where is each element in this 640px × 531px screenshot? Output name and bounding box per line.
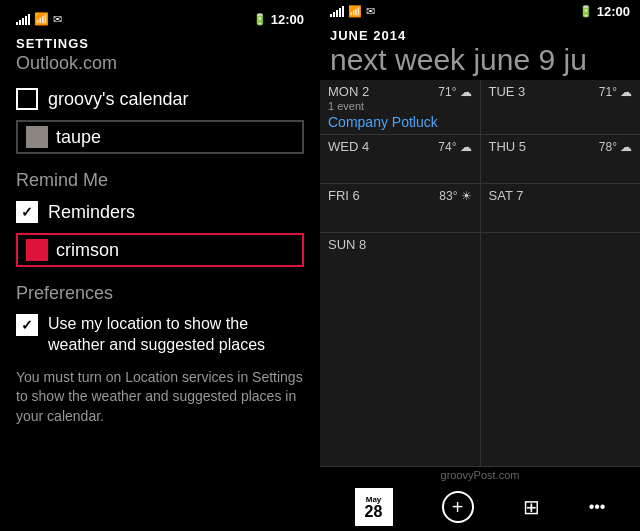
more-button[interactable]: ••• — [589, 498, 606, 516]
month-year: JUNE 2014 — [330, 28, 630, 43]
battery-icon-right: 🔋 — [579, 5, 593, 18]
mon-2-header: MON 2 71° ☁ — [328, 84, 472, 99]
grid-icon: ⊞ — [523, 495, 540, 519]
thu-5-header: THU 5 78° ☁ — [489, 139, 633, 154]
settings-title: SETTINGS — [16, 36, 304, 51]
location-checkbox[interactable] — [16, 314, 38, 336]
more-icon: ••• — [589, 498, 606, 516]
wed-4-weather-icon: ☁ — [460, 140, 472, 154]
wed-4-label: WED 4 — [328, 139, 369, 154]
fri-6-temp: 83° — [439, 189, 457, 203]
status-time-right: 12:00 — [597, 4, 630, 19]
grid-view-button[interactable]: ⊞ — [523, 495, 540, 519]
taupe-label: taupe — [56, 127, 101, 148]
crimson-label: crimson — [56, 240, 119, 261]
preferences-section: Preferences — [16, 283, 304, 304]
tue-3-label: TUE 3 — [489, 84, 526, 99]
mon-2-weather-icon: ☁ — [460, 85, 472, 99]
bottom-bar: May 28 + ⊞ ••• — [320, 483, 640, 531]
sat-7-header: SAT 7 — [489, 188, 633, 203]
cal-day-num: 28 — [365, 504, 383, 520]
location-pref-row[interactable]: Use my location to show the weather and … — [16, 314, 304, 356]
tue-3-weather: 71° ☁ — [599, 85, 632, 99]
wifi-icon: 📶 — [34, 12, 49, 26]
add-icon: + — [442, 491, 474, 523]
crimson-color-row[interactable]: crimson — [16, 233, 304, 267]
tue-3-weather-icon: ☁ — [620, 85, 632, 99]
sat-7-label: SAT 7 — [489, 188, 524, 203]
wifi-icon-right: 📶 — [348, 5, 362, 18]
fri-6-weather: 83° ☀ — [439, 189, 471, 203]
reminders-checkbox[interactable] — [16, 201, 38, 223]
thu-5-weather: 78° ☁ — [599, 140, 632, 154]
tue-3-header: TUE 3 71° ☁ — [489, 84, 633, 99]
wed-4-header: WED 4 74° ☁ — [328, 139, 472, 154]
status-bar-right: 📶 ✉ 🔋 12:00 — [320, 0, 640, 22]
taupe-swatch — [26, 126, 48, 148]
status-bar-left: 📶 ✉ 🔋 12:00 — [16, 8, 304, 30]
location-pref-label: Use my location to show the weather and … — [48, 314, 304, 356]
calendar-header: JUNE 2014 next week june 9 ju — [320, 22, 640, 80]
settings-subtitle: Outlook.com — [16, 53, 304, 74]
fri-6-label: FRI 6 — [328, 188, 360, 203]
calendar-checkbox-label: groovy's calendar — [48, 89, 189, 110]
day-tue-3: TUE 3 71° ☁ — [481, 80, 641, 134]
thu-5-temp: 78° — [599, 140, 617, 154]
reminders-label: Reminders — [48, 202, 135, 223]
week-row-1: MON 2 71° ☁ 1 event Company Potluck TUE … — [320, 80, 640, 135]
crimson-swatch — [26, 239, 48, 261]
settings-panel: 📶 ✉ 🔋 12:00 SETTINGS Outlook.com groovy'… — [0, 0, 320, 531]
remind-me-section: Remind Me — [16, 170, 304, 191]
calendar-panel: 📶 ✉ 🔋 12:00 JUNE 2014 next week june 9 j… — [320, 0, 640, 531]
reminders-checkbox-row[interactable]: Reminders — [16, 201, 304, 223]
day-empty — [481, 233, 641, 466]
status-icons-right: 📶 ✉ — [330, 5, 375, 18]
week-label-text: next week — [330, 43, 465, 76]
day-fri-6: FRI 6 83° ☀ — [320, 184, 481, 232]
thu-5-weather-icon: ☁ — [620, 140, 632, 154]
message-icon: ✉ — [53, 13, 62, 26]
mon-2-label: MON 2 — [328, 84, 369, 99]
status-icons-left: 📶 ✉ — [16, 12, 62, 26]
day-sun-8: SUN 8 — [320, 233, 481, 466]
week-label: next week june 9 ju — [330, 43, 630, 76]
mon-2-event-count: 1 event — [328, 100, 472, 112]
calendar-checkbox[interactable] — [16, 88, 38, 110]
sun-8-label: SUN 8 — [328, 237, 366, 252]
day-wed-4: WED 4 74° ☁ — [320, 135, 481, 183]
wed-4-weather: 74° ☁ — [438, 140, 471, 154]
mon-2-weather: 71° ☁ — [438, 85, 471, 99]
signal-icon-right — [330, 5, 344, 17]
location-info-text: You must turn on Location services in Se… — [16, 368, 304, 427]
day-sat-7: SAT 7 — [481, 184, 641, 232]
add-button[interactable]: + — [442, 491, 474, 523]
mon-2-temp: 71° — [438, 85, 456, 99]
signal-icon — [16, 13, 30, 25]
watermark: groovyPost.com — [320, 467, 640, 483]
message-icon-right: ✉ — [366, 5, 375, 18]
tue-3-temp: 71° — [599, 85, 617, 99]
mon-2-event-1[interactable]: Company Potluck — [328, 114, 472, 130]
day-thu-5: THU 5 78° ☁ — [481, 135, 641, 183]
calendar-date-button[interactable]: May 28 — [355, 488, 393, 526]
taupe-color-row[interactable]: taupe — [16, 120, 304, 154]
fri-6-header: FRI 6 83° ☀ — [328, 188, 472, 203]
week-row-3: FRI 6 83° ☀ SAT 7 — [320, 184, 640, 233]
wed-4-temp: 74° — [438, 140, 456, 154]
calendar-checkbox-row[interactable]: groovy's calendar — [16, 88, 304, 110]
week-row-2: WED 4 74° ☁ THU 5 78° ☁ — [320, 135, 640, 184]
battery-icon: 🔋 — [253, 13, 267, 26]
sun-8-header: SUN 8 — [328, 237, 472, 252]
status-time-left: 12:00 — [271, 12, 304, 27]
week-row-4: SUN 8 — [320, 233, 640, 467]
calendar-body: MON 2 71° ☁ 1 event Company Potluck TUE … — [320, 80, 640, 467]
week-date-text: june 9 ju — [473, 43, 586, 76]
thu-5-label: THU 5 — [489, 139, 527, 154]
day-mon-2: MON 2 71° ☁ 1 event Company Potluck — [320, 80, 481, 134]
fri-6-weather-icon: ☀ — [461, 189, 472, 203]
